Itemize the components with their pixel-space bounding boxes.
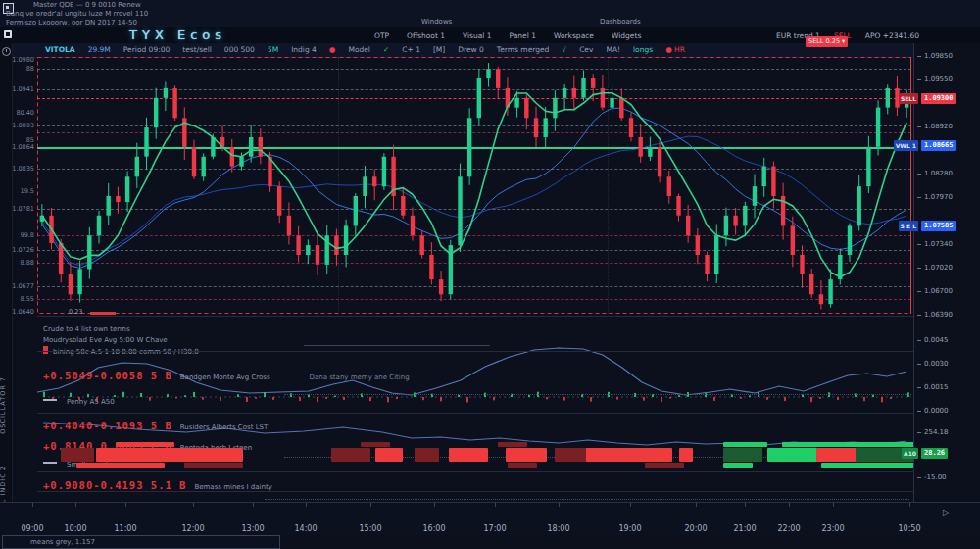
time-tick [909,503,910,507]
price-badge-tag[interactable]: S E L [899,221,918,231]
price-badge[interactable]: 1.07585 [921,221,956,231]
indicator-value: +0.9080-0.4193 5.1 B [43,479,186,491]
nav-item[interactable]: Visual 1 [463,31,492,40]
indicator-legend-row[interactable]: +0.5049-0.0058 5 BBandgen Monte Avg Cros… [43,365,410,383]
heatmap-segment [723,463,753,468]
toolbar-item[interactable]: Terms merged [497,45,549,54]
indicator-value: +0.5049-0.0058 5 B [43,370,172,381]
titlebar-line: Fermiszo Lxooorw, oor DN 2017 14-50 [6,19,137,26]
time-label: 19:00 [618,524,641,533]
right-axis-label: 0.0045 [924,336,949,344]
titlebar-menu-item[interactable]: Windows [421,18,452,25]
toolbar-item[interactable]: 29.9M [88,45,111,54]
titlebar-line: Master QDE — 0 9 0010 Renew [33,1,141,9]
toolbar-item[interactable]: test/sell [182,45,212,54]
heatmap-segment [116,442,174,447]
heatmap-segment [76,463,165,468]
right-axis-label: 0.0000 [924,407,949,415]
toolbar-item[interactable]: Drew 0 [458,45,484,54]
heatmap-segment [61,448,94,462]
left-axis-label: 1.0980 [12,56,34,64]
nav-item[interactable]: Workspace [554,31,594,40]
toolbar-item[interactable]: 5M [268,45,278,54]
header-right-item[interactable]: APO +2341.60 [865,31,919,40]
heatmap-segment [331,448,370,462]
indicator-legend-row[interactable]: bining 50c A.5 1 18 0.00 comm 50 / H30.0 [43,339,199,358]
toolbar-item[interactable]: Model [348,45,370,54]
toolbar-item[interactable]: C+ 1 [402,45,420,54]
play-icon[interactable]: ▷ [943,508,949,517]
heatmap-segment [723,448,762,462]
toolbar-item[interactable]: Period 09:00 [123,45,170,54]
price-badge[interactable]: 1.08665 [921,140,956,151]
window-icon[interactable] [4,30,12,38]
left-axis-label: 1.0893 [12,122,34,129]
toolbar-item[interactable]: longs [633,45,653,54]
panel-separator [37,351,913,352]
time-label: 16:00 [422,524,445,533]
series-dash-icon [43,399,57,401]
nav-item[interactable]: Widgets [612,31,641,40]
nav-menu: OTPOffshoot 1Visual 1Panel 1WorkspaceWid… [374,31,641,40]
mini-value-label: 0.23 [69,308,82,316]
price-badge[interactable]: 28.26 [921,448,948,459]
panel-separator [37,471,913,472]
toolbar-item[interactable]: VITOLA [45,45,75,54]
titlebar-menu-item[interactable]: Dashboards [600,18,641,25]
candlestick-canvas[interactable] [37,57,911,314]
time-tick [75,503,76,507]
clock-icon[interactable] [2,47,11,56]
toolbar-item[interactable]: [M] [433,45,445,54]
heatmap-segment [782,442,929,447]
heatmap-segment [645,463,684,468]
nav-item[interactable]: Offshoot 1 [407,31,445,40]
heatmap-segment [723,442,767,447]
time-label: 17:00 [483,524,506,533]
brand-logo[interactable]: TYX Ecos [129,27,226,42]
indicator-title: bining 50c A.5 1 18 0.00 comm 50 / H30.0 [53,348,199,356]
right-axis-label: -15.00 [924,474,947,481]
right-price-axis[interactable]: 1.098501.095501.089201.082801.079701.073… [913,43,980,502]
time-label: 14:00 [294,524,317,533]
time-tick [253,503,254,507]
time-tick [833,503,834,507]
heatmap-segment [498,442,527,447]
price-badge-tag[interactable]: SELL [899,93,918,104]
heatmap-segment [361,442,390,447]
left-axis-label: 88 [26,65,34,73]
sell-order-tag[interactable]: SELL 0.25 ▾ [806,36,848,47]
nav-item[interactable]: Panel 1 [510,31,536,40]
left-axis-label: 99.8 [21,231,34,239]
time-label: 21:00 [733,524,756,533]
toolbar-item[interactable]: √ [562,45,566,54]
red-bars-icon [43,346,48,354]
price-badge-tag[interactable]: VWL 1 [894,140,918,151]
left-axis-label: 19.5 [21,187,34,195]
indicator-legend-row[interactable]: Penny A5 A50 [43,389,115,408]
toolbar-item[interactable]: ● [329,45,336,54]
price-badge[interactable]: 1.09300 [921,93,956,104]
toolbar-item[interactable]: ● HR [665,45,685,54]
right-axis-label: 1.06700 [924,287,953,295]
right-axis-label: 0.0030 [924,360,949,368]
time-axis[interactable]: 09:0010:0011:0012:0013:0014:0015:0016:00… [0,502,980,535]
toolbar-item[interactable]: MA! [606,45,620,54]
toolbar-item[interactable]: Indig 4 [291,45,317,54]
price-badge-tag[interactable]: A10 [902,448,918,459]
toolbar-item[interactable]: Cev [579,45,593,54]
heatmap-segment [184,463,243,468]
left-axis-label: 1.0640 [12,308,34,316]
indicator-value: +0.4040-0.1093 5 B [43,420,172,431]
toolbar-item[interactable]: 000 500 [224,45,255,54]
right-axis-label: 1.07340 [924,240,953,248]
indicator-legend-row[interactable]: +0.4040-0.1093 5 BRusiders Alberts Cost … [43,415,268,433]
right-axis-label: 1.09850 [924,52,953,60]
toolbar-item[interactable]: ✓ [383,45,389,54]
right-axis-label: 1.07970 [924,193,953,201]
main-chart-area[interactable] [37,57,911,314]
nav-item[interactable]: OTP [374,31,389,40]
time-tick [495,503,496,507]
left-axis-label: 1.0726 [12,246,34,254]
time-label: 09:00 [21,524,43,533]
titlebar-line: Banq ve oredr'al ungitu luze M rrovel 11… [6,10,148,18]
